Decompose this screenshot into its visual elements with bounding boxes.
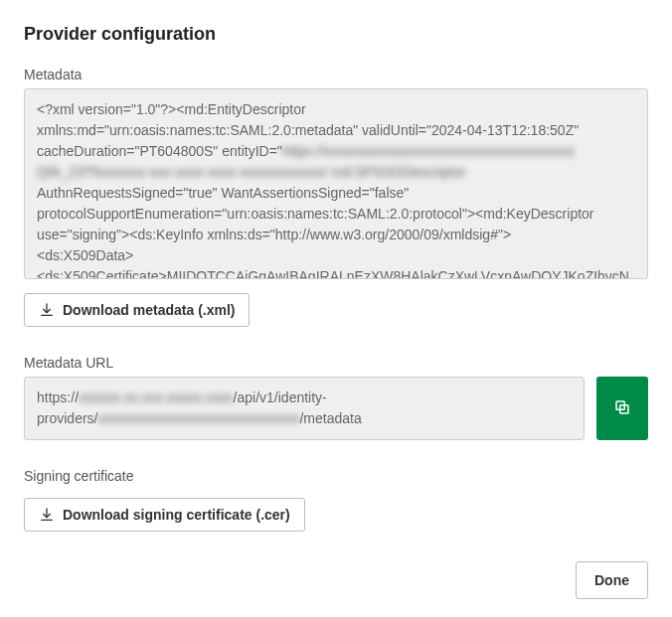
signing-cert-label: Signing certificate (24, 468, 648, 484)
metadata-textbox[interactable]: <?xml version="1.0"?><md:EntityDescripto… (24, 88, 648, 279)
metadata-label: Metadata (24, 67, 648, 82)
metadata-line: use="signing"><ds:KeyInfo xmlns:ds="http… (37, 225, 635, 245)
download-signing-cert-button[interactable]: Download signing certificate (.cer) (24, 498, 305, 532)
metadata-line: QfA_23Tfxxxxxxx-xxx-xxxx-xxxx-xxxxxxxxxx… (37, 162, 635, 183)
metadata-line: <ds:X509Certificate>MIIDOTCCAiGgAwIBAgIR… (37, 266, 635, 279)
metadata-url-label: Metadata URL (24, 355, 648, 371)
metadata-line: <ds:X509Data> (37, 245, 635, 266)
page-title: Provider configuration (24, 24, 648, 45)
download-signing-cert-label: Download signing certificate (.cer) (63, 507, 290, 523)
metadata-line: cacheDuration="PT604800S" entityID="http… (37, 141, 635, 162)
done-button[interactable]: Done (576, 561, 648, 599)
metadata-line: protocolSupportEnumeration="urn:oasis:na… (37, 204, 635, 225)
metadata-line: AuthnRequestsSigned="true" WantAssertion… (37, 183, 635, 204)
copy-icon (613, 398, 631, 419)
download-metadata-button[interactable]: Download metadata (.xml) (24, 293, 250, 327)
copy-url-button[interactable] (596, 377, 648, 440)
metadata-line: <?xml version="1.0"?><md:EntityDescripto… (37, 99, 635, 120)
metadata-url-textbox[interactable]: https://xxxxxx.xx.xxx.xxxxx.xxxx/api/v1/… (24, 377, 585, 440)
metadata-line: xmlns:md="urn:oasis:names:tc:SAML:2.0:me… (37, 120, 635, 141)
download-icon (39, 302, 55, 318)
download-icon (39, 507, 55, 523)
download-metadata-label: Download metadata (.xml) (63, 302, 235, 318)
